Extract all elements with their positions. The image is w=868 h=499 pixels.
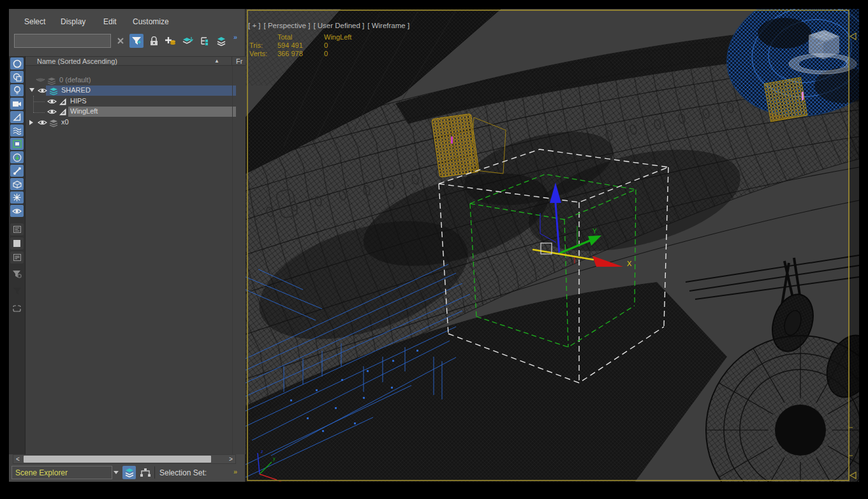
- layer-stack-icon: [216, 36, 226, 46]
- filter-button[interactable]: [129, 34, 143, 48]
- tripod-z-label: z: [261, 449, 263, 454]
- lock-button[interactable]: [147, 34, 161, 48]
- display-groups-button[interactable]: [10, 138, 24, 150]
- stats-tris-total: 594 491: [277, 41, 324, 49]
- table-row-hips[interactable]: HIPS: [26, 96, 246, 107]
- table-row-x0[interactable]: x0: [26, 117, 246, 128]
- display-shapes-icon: [13, 73, 22, 82]
- menu-edit[interactable]: Edit: [103, 17, 117, 26]
- tripod-y-label: y: [273, 456, 276, 461]
- horizontal-scrollbar[interactable]: < >: [13, 454, 236, 464]
- stats-col-object: WingLeft: [324, 33, 362, 41]
- name-column-header[interactable]: Name (Sorted Ascending): [37, 57, 117, 65]
- footer-overflow-chevron[interactable]: »: [233, 468, 237, 475]
- display-lights-icon: [13, 86, 21, 95]
- display-none-icon: [13, 226, 21, 233]
- collapse-arrow-icon[interactable]: [29, 88, 34, 92]
- add-to-selection-button[interactable]: [163, 34, 177, 48]
- column-divider-line: [232, 66, 233, 454]
- eye-open-icon[interactable]: [38, 87, 47, 94]
- advanced-filter-button[interactable]: [10, 268, 24, 280]
- display-filter-strip: [9, 56, 26, 454]
- viewport-menu-shading[interactable]: [ Wireframe ]: [367, 22, 409, 29]
- display-geometry-button[interactable]: [10, 57, 24, 70]
- display-containers-button[interactable]: [10, 178, 24, 190]
- toolbar-overflow-chevron[interactable]: »: [233, 33, 237, 41]
- eye-open-icon[interactable]: [47, 98, 57, 105]
- footer-hierarchy-button[interactable]: [138, 466, 152, 479]
- hierarchy-button[interactable]: [198, 34, 212, 48]
- column-divider[interactable]: [232, 57, 232, 66]
- display-helpers-icon: [13, 113, 21, 121]
- object-label[interactable]: WingLeft: [70, 107, 98, 115]
- menu-display[interactable]: Display: [61, 17, 85, 26]
- display-containers-icon: [13, 181, 22, 188]
- layer-stack-button[interactable]: [214, 34, 228, 48]
- geometry-object-icon: [58, 107, 67, 116]
- viewport-menu-view[interactable]: [ User Defined ]: [313, 22, 364, 29]
- clear-search-icon: [117, 37, 124, 45]
- table-row-shared[interactable]: SHARED: [26, 86, 246, 96]
- display-hidden-button[interactable]: [10, 205, 24, 217]
- display-shapes-button[interactable]: [10, 71, 24, 83]
- scroll-right-button[interactable]: >: [226, 455, 235, 463]
- viewport-statistics: TotalWingLeft Tris:594 4910 Verts:366 97…: [249, 33, 362, 58]
- perspective-viewport[interactable]: Y X z y x: [246, 9, 859, 482]
- display-none-button[interactable]: [10, 223, 24, 235]
- menu-customize[interactable]: Customize: [133, 17, 169, 26]
- table-row-wingleft[interactable]: WingLeft: [26, 107, 246, 117]
- app-window: Select Display Edit Customize: [9, 9, 859, 482]
- filter-button-side[interactable]: [10, 285, 24, 297]
- frozen-column-header[interactable]: Fr: [236, 57, 242, 65]
- display-invert-button[interactable]: [10, 251, 24, 264]
- display-geometry-icon: [13, 59, 22, 68]
- gizmo-x-label: X: [627, 260, 632, 267]
- pick-container-button[interactable]: [10, 302, 24, 315]
- object-label[interactable]: HIPS: [70, 97, 87, 105]
- display-cameras-button[interactable]: [10, 98, 24, 110]
- viewport-canvas: Y X z y x: [246, 9, 859, 482]
- display-frozen-button[interactable]: [10, 191, 24, 204]
- viewport-menu-general[interactable]: [ + ]: [248, 22, 261, 29]
- selection-set-label: Selection Set:: [159, 468, 207, 477]
- search-input[interactable]: [14, 34, 111, 48]
- container-icon: [13, 305, 21, 312]
- layer-label[interactable]: SHARED: [61, 86, 91, 94]
- footer-layer-button[interactable]: [122, 466, 136, 479]
- tree-column-header[interactable]: Name (Sorted Ascending) ▲ Fr: [26, 56, 246, 66]
- yellow-highlight-part-right: [764, 77, 807, 121]
- clear-search-button[interactable]: [114, 34, 128, 48]
- layer-icon-teal: [48, 87, 58, 95]
- eye-open-icon[interactable]: [38, 119, 47, 126]
- add-layer-icon: [182, 36, 193, 46]
- add-layer-button[interactable]: [180, 34, 195, 48]
- viewport-menu-pov[interactable]: [ Perspective ]: [264, 22, 311, 29]
- viewport-label: [ + ][ Perspective ][ User Defined ][ Wi…: [248, 22, 413, 29]
- display-bones-button[interactable]: [10, 165, 24, 177]
- lock-icon: [150, 36, 158, 46]
- advanced-filter-icon: [12, 270, 22, 278]
- layer-label[interactable]: 0 (default): [59, 76, 91, 84]
- eye-closed-icon[interactable]: [36, 78, 45, 84]
- display-lights-button[interactable]: [10, 84, 24, 96]
- layer-label[interactable]: x0: [61, 118, 69, 126]
- filter-icon: [13, 287, 22, 295]
- table-row-default-layer[interactable]: 0 (default): [26, 75, 246, 86]
- display-all-button[interactable]: [10, 237, 24, 250]
- display-xrefs-button[interactable]: [10, 151, 24, 163]
- scroll-left-button[interactable]: <: [13, 455, 22, 463]
- filter-active-icon: [131, 36, 142, 45]
- scene-tree[interactable]: 0 (default) SHARED HIPS: [26, 66, 246, 454]
- eye-open-icon[interactable]: [47, 108, 57, 115]
- stats-verts-label: Verts:: [249, 50, 277, 57]
- display-spacewarps-button[interactable]: [10, 124, 24, 137]
- layer-icon: [48, 119, 58, 127]
- expand-arrow-icon[interactable]: [29, 120, 33, 125]
- display-helpers-button[interactable]: [10, 111, 24, 123]
- menu-select[interactable]: Select: [24, 17, 45, 26]
- screenshot-frame: Select Display Edit Customize: [0, 0, 868, 499]
- display-frozen-icon: [13, 193, 21, 202]
- scrollbar-thumb[interactable]: [24, 456, 211, 463]
- explorer-name-combo[interactable]: Scene Explorer: [11, 466, 112, 479]
- combo-dropdown-icon[interactable]: [114, 471, 119, 474]
